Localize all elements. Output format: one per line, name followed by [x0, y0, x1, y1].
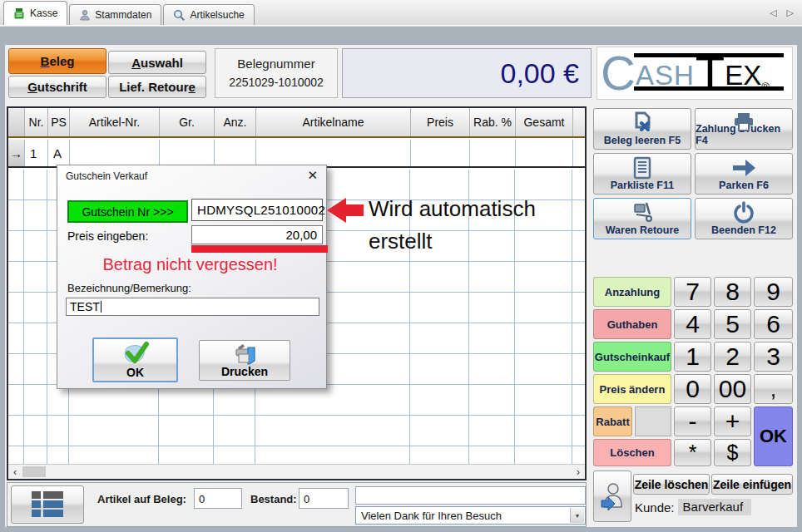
- col-header-gesamt: Gesamt: [516, 108, 573, 136]
- key-3[interactable]: 3: [754, 342, 793, 372]
- col-header-artikel-nr: Artikel-Nr.: [70, 108, 160, 136]
- row-cell-gesamt[interactable]: [516, 140, 573, 166]
- row-cell-filler[interactable]: [573, 140, 585, 166]
- logo-letters-ash: ASH: [636, 62, 695, 94]
- zeile-einfuegen-button[interactable]: Zeile einfügen: [711, 474, 793, 495]
- betrag-warning-text: Betrag nicht vergessen!: [57, 255, 323, 274]
- logo-letters-ex: EX: [725, 62, 761, 94]
- belegnummer-label: Belegnummer: [215, 57, 337, 71]
- key-0[interactable]: 0: [674, 374, 711, 404]
- gutschrift-button[interactable]: Gutschrift: [8, 76, 106, 98]
- numpad: Anzahlung 7 8 9 Guthaben 4 5 6 Gutschein…: [593, 277, 793, 466]
- list-view-button[interactable]: [11, 485, 84, 524]
- beenden-button[interactable]: Beenden F12: [695, 198, 793, 239]
- gutschein-nr-button[interactable]: Gutschein Nr >>>: [67, 200, 188, 223]
- key-plus[interactable]: +: [714, 406, 751, 436]
- kunde-label: Kunde:: [635, 500, 675, 515]
- hand-truck-icon: [594, 201, 691, 223]
- table-row[interactable]: → 1 A: [8, 140, 585, 168]
- auswahl-button[interactable]: Auswahl: [108, 51, 206, 74]
- key-6[interactable]: 6: [754, 309, 793, 339]
- scroll-right-icon[interactable]: ›: [572, 465, 585, 479]
- preis-input[interactable]: 20,00: [191, 225, 323, 244]
- anzahlung-button[interactable]: Anzahlung: [593, 277, 671, 307]
- guthaben-button[interactable]: Guthaben: [593, 309, 671, 339]
- zeile-loeschen-button[interactable]: Zeile löschen: [633, 474, 710, 495]
- row-cell-gr[interactable]: [160, 140, 215, 166]
- zahlung-drucken-button[interactable]: Zahlung Drucken F4: [695, 108, 793, 150]
- key-7[interactable]: 7: [674, 277, 711, 307]
- row-cell-anz[interactable]: [215, 140, 256, 166]
- row-cell-nr[interactable]: 1: [25, 140, 48, 166]
- gutscheinkauf-button[interactable]: Gutscheinkauf: [593, 342, 671, 372]
- row-cell-artikel-nr[interactable]: [70, 140, 160, 166]
- tab-kasse[interactable]: Kasse: [3, 1, 67, 25]
- rabatt-value-box[interactable]: [635, 406, 671, 436]
- cash-register-icon: [13, 7, 26, 20]
- parken-button[interactable]: Parken F6: [695, 153, 793, 195]
- key-00[interactable]: 00: [714, 374, 751, 404]
- annotation-line1: Wird automatisch: [369, 193, 536, 225]
- row-cell-preis[interactable]: [411, 140, 470, 166]
- beleg-button[interactable]: Beleg: [8, 48, 106, 74]
- rabatt-button[interactable]: Rabatt: [593, 406, 632, 436]
- command-button-grid: Beleg leeren F5 Zahlung Drucken F4 Parkl…: [593, 108, 793, 239]
- message-field[interactable]: [355, 486, 586, 505]
- horizontal-scrollbar[interactable]: ‹ ›: [8, 464, 585, 479]
- row-cell-rab[interactable]: [470, 140, 516, 166]
- beleg-leeren-button[interactable]: Beleg leeren F5: [593, 108, 691, 150]
- farewell-dropdown[interactable]: Vielen Dank für Ihren Besuch ▼: [355, 506, 586, 525]
- ok-button-label: OK: [126, 366, 144, 379]
- drucken-button[interactable]: Drucken: [199, 340, 290, 381]
- beleg-leeren-label: Beleg leeren F5: [604, 135, 681, 146]
- row-cell-ps[interactable]: A: [48, 140, 70, 166]
- customer-select-button[interactable]: [593, 470, 631, 522]
- app-window: Kasse Stammdaten Artikelsuche ◁ ▷ Beleg …: [0, 0, 802, 532]
- scrollbar-thumb[interactable]: [22, 466, 46, 477]
- key-9[interactable]: 9: [754, 277, 793, 307]
- key-5[interactable]: 5: [714, 309, 751, 339]
- tab-stammdaten[interactable]: Stammdaten: [69, 4, 161, 25]
- artikel-auf-beleg-value[interactable]: 0: [194, 488, 242, 509]
- key-star[interactable]: *: [674, 439, 711, 466]
- loeschen-button[interactable]: Löschen: [593, 439, 671, 466]
- belegnummer-box: Belegnummer 2251029-1010002: [215, 48, 338, 98]
- waren-retoure-button[interactable]: Waren Retoure: [593, 198, 691, 239]
- preis-aendern-button[interactable]: Preis ändern: [593, 374, 671, 404]
- key-ok[interactable]: OK: [754, 406, 793, 466]
- row-selector-header: [8, 108, 25, 136]
- lief-retoure-button[interactable]: Lief. Retoure: [108, 76, 206, 98]
- close-icon[interactable]: ✕: [307, 168, 318, 183]
- key-1[interactable]: 1: [674, 342, 711, 372]
- annotation-line2: erstellt: [369, 225, 536, 258]
- key-minus[interactable]: -: [674, 406, 711, 436]
- key-dollar[interactable]: $: [714, 439, 751, 466]
- col-header-nr: Nr.: [25, 108, 48, 136]
- row-selector-arrow: →: [8, 140, 25, 166]
- parkliste-button[interactable]: Parkliste F11: [593, 153, 691, 195]
- search-icon: [173, 9, 186, 22]
- logo-registered-mark: ®: [761, 81, 770, 94]
- tab-scroll-right-icon[interactable]: ▷: [787, 7, 794, 18]
- person-icon: [79, 9, 91, 21]
- gutschein-nr-input[interactable]: HDMYSQL251010002: [191, 199, 323, 221]
- bestand-value[interactable]: 0: [299, 488, 349, 509]
- bezeichnung-label: Bezeichnung/Bemerkung:: [67, 282, 191, 294]
- dialog-title: Gutschein Verkauf: [66, 170, 147, 182]
- ok-button[interactable]: OK: [92, 337, 178, 382]
- key-4[interactable]: 4: [674, 309, 711, 339]
- gutschein-verkauf-dialog: Gutschein Verkauf ✕ Gutschein Nr >>> HDM…: [57, 165, 327, 389]
- col-header-filler: [573, 108, 585, 136]
- waren-retoure-label: Waren Retoure: [606, 224, 679, 236]
- tab-strip: Kasse Stammdaten Artikelsuche ◁ ▷: [0, 0, 802, 26]
- key-comma[interactable]: ,: [754, 374, 793, 404]
- key-8[interactable]: 8: [714, 277, 751, 307]
- chevron-down-icon[interactable]: ▼: [570, 508, 584, 523]
- tab-scroll-left-icon[interactable]: ◁: [770, 7, 776, 18]
- key-2[interactable]: 2: [714, 342, 751, 372]
- bezeichnung-input[interactable]: TEST: [66, 298, 319, 316]
- row-cell-artikelname[interactable]: [256, 140, 411, 166]
- tab-nav: ◁ ▷: [770, 7, 794, 18]
- tab-artikelsuche[interactable]: Artikelsuche: [163, 4, 254, 25]
- scroll-left-icon[interactable]: ‹: [8, 465, 22, 479]
